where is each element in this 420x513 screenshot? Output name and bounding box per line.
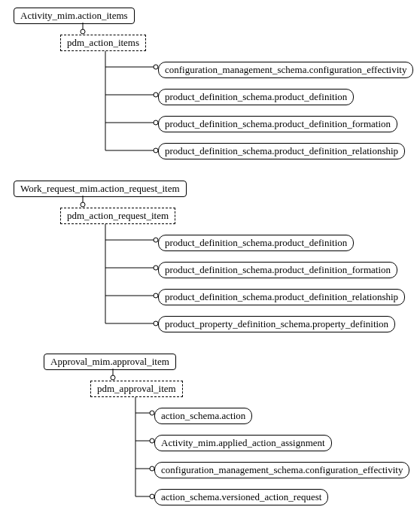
sub-node: pdm_action_items [60, 35, 146, 51]
item-row: product_definition_schema.product_defini… [158, 116, 420, 132]
tree-group: Work_request_mim.action_request_item pdm… [8, 181, 420, 338]
connector-lines [38, 354, 420, 511]
item-node: product_definition_schema.product_defini… [158, 262, 397, 278]
root-node: Approval_mim.approval_item [44, 354, 176, 370]
root-node: Activity_mim.action_items [14, 8, 135, 24]
item-node: product_definition_schema.product_defini… [158, 143, 405, 159]
item-row: product_definition_schema.product_defini… [158, 235, 420, 251]
tree-group: Activity_mim.action_items pdm_action_ite… [8, 8, 420, 165]
connector-lines [8, 181, 420, 338]
item-row: action_schema.versioned_action_request [154, 489, 420, 505]
item-row: product_property_definition_schema.prope… [158, 316, 420, 332]
item-row: product_definition_schema.product_defini… [158, 262, 420, 278]
tree-group: Approval_mim.approval_item pdm_approval_… [38, 354, 420, 511]
item-row: configuration_management_schema.configur… [154, 462, 420, 478]
item-row: product_definition_schema.product_defini… [158, 143, 420, 159]
item-node: action_schema.action [154, 408, 252, 424]
connector-lines [8, 8, 420, 165]
root-node: Work_request_mim.action_request_item [14, 181, 187, 197]
item-node: configuration_management_schema.configur… [158, 62, 413, 78]
svg-point-12 [81, 202, 85, 207]
item-node: product_definition_schema.product_defini… [158, 235, 354, 251]
sub-node: pdm_action_request_item [60, 208, 175, 224]
item-node: product_definition_schema.product_defini… [158, 89, 354, 105]
item-node: product_definition_schema.product_defini… [158, 289, 405, 305]
item-row: product_definition_schema.product_defini… [158, 89, 420, 105]
item-node: action_schema.versioned_action_request [154, 489, 328, 505]
item-row: configuration_management_schema.configur… [158, 62, 420, 78]
item-row: action_schema.action [154, 408, 420, 424]
item-row: Activity_mim.applied_action_assignment [154, 435, 420, 451]
item-node: product_definition_schema.product_defini… [158, 116, 397, 132]
item-row: product_definition_schema.product_defini… [158, 289, 420, 305]
sub-node: pdm_approval_item [90, 381, 183, 397]
item-node: configuration_management_schema.configur… [154, 462, 409, 478]
item-node: Activity_mim.applied_action_assignment [154, 435, 332, 451]
svg-point-1 [81, 29, 85, 34]
svg-point-23 [111, 375, 115, 380]
item-node: product_property_definition_schema.prope… [158, 316, 395, 332]
